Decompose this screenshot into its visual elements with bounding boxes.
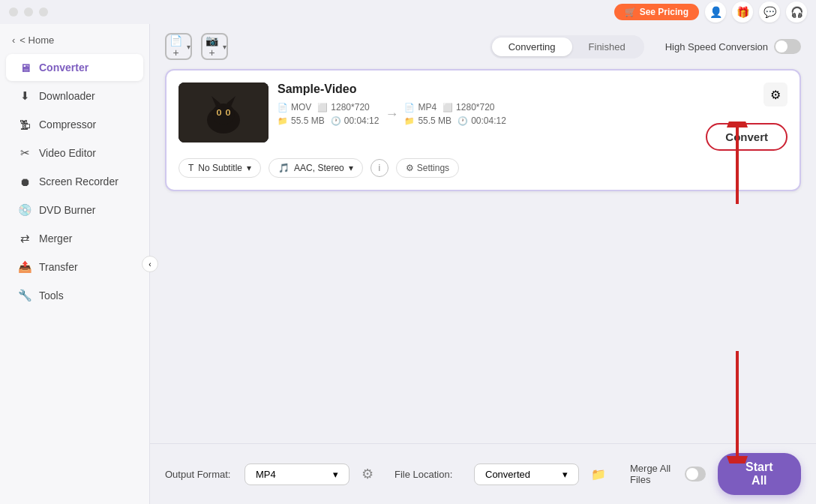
- start-all-button[interactable]: Start All: [718, 453, 801, 495]
- main-layout: ‹ < Home 🖥 Converter ⬇ Downloader 🗜 Comp…: [0, 24, 816, 504]
- chat-icon-button[interactable]: 💬: [759, 2, 780, 22]
- downloader-icon: ⬇: [18, 89, 32, 103]
- audio-select[interactable]: 🎵 AAC, Stereo ▾: [268, 158, 363, 178]
- sidebar-item-screen-recorder[interactable]: ⏺ Screen Recorder: [6, 168, 143, 195]
- merge-toggle[interactable]: [685, 466, 706, 482]
- settings-link[interactable]: ⚙ Settings: [396, 158, 459, 178]
- gift-icon-button[interactable]: 🎁: [732, 2, 753, 22]
- output-format-label: Output Format:: [165, 469, 232, 480]
- sidebar-item-transfer[interactable]: 📤 Transfer: [6, 254, 143, 280]
- file-icon-1: 📄: [278, 103, 288, 112]
- sidebar-item-downloader[interactable]: ⬇ Downloader: [6, 82, 143, 110]
- tools-icon: 🔧: [18, 289, 32, 302]
- tab-converting[interactable]: Converting: [492, 38, 572, 56]
- file-thumbnail: [178, 82, 268, 142]
- info-button[interactable]: i: [370, 159, 388, 177]
- see-pricing-label: See Pricing: [640, 7, 688, 17]
- resolution-icon-2: ⬜: [442, 103, 453, 112]
- sidebar-collapse-button[interactable]: ‹: [142, 256, 158, 272]
- sidebar-item-dvd-burner[interactable]: 💿 DVD Burner: [6, 196, 143, 224]
- sidebar-item-converter[interactable]: 🖥 Converter: [6, 54, 143, 81]
- source-size: 📁 55.5 MB: [278, 116, 325, 126]
- svg-point-2: [212, 104, 235, 124]
- thumbnail-image: [178, 82, 268, 142]
- content-area: 📄+ ▾ 📷+ ▾ Converting Finished High Speed…: [150, 24, 816, 504]
- output-format-dropdown-icon: ▾: [333, 469, 338, 480]
- subtitle-select[interactable]: T No Subtitle ▾: [178, 158, 261, 178]
- target-format-label: MP4: [418, 102, 436, 112]
- size-icon-1: 📁: [278, 116, 288, 126]
- source-resolution: ⬜ 1280*720: [317, 102, 369, 112]
- gift-icon: 🎁: [736, 6, 749, 18]
- compressor-icon: 🗜: [18, 118, 32, 131]
- window-maximize[interactable]: [39, 8, 48, 16]
- sidebar-item-compressor[interactable]: 🗜 Compressor: [6, 111, 143, 138]
- source-duration: 🕐 00:04:12: [331, 116, 380, 126]
- sidebar-screen-recorder-label: Screen Recorder: [39, 176, 118, 188]
- file-location-value: Converted: [485, 469, 530, 480]
- high-speed-label: High Speed Conversion: [665, 41, 768, 52]
- source-resolution-label: 1280*720: [331, 102, 369, 112]
- window-minimize[interactable]: [24, 8, 33, 16]
- target-size: 📁 55.5 MB: [404, 116, 452, 126]
- merge-label: Merge All Files: [630, 463, 679, 485]
- high-speed-toggle[interactable]: [774, 39, 801, 54]
- convert-label: Convert: [725, 130, 768, 143]
- source-size-row: 📁 55.5 MB 🕐 00:04:12: [278, 116, 379, 126]
- source-duration-label: 00:04:12: [344, 116, 380, 126]
- target-size-label: 55.5 MB: [418, 116, 452, 126]
- svg-point-8: [227, 110, 230, 115]
- user-icon-button[interactable]: 👤: [705, 2, 726, 22]
- bottom-bar: Output Format: MP4 ▾ ⚙ File Location: Co…: [150, 443, 816, 504]
- sidebar-compressor-label: Compressor: [39, 118, 96, 130]
- sidebar: ‹ < Home 🖥 Converter ⬇ Downloader 🗜 Comp…: [0, 24, 150, 504]
- start-all-label: Start All: [746, 460, 772, 487]
- screen-recorder-icon: ⏺: [18, 175, 32, 188]
- file-info: Sample-Video 📄 MOV ⬜ 1280: [278, 82, 688, 126]
- gear-icon: ⚙: [770, 88, 781, 102]
- sidebar-tools-label: Tools: [39, 290, 64, 302]
- settings-link-label: Settings: [417, 163, 449, 173]
- audio-label: AAC, Stereo: [294, 163, 344, 173]
- browse-folder-icon[interactable]: 📁: [591, 467, 606, 482]
- target-duration-label: 00:04:12: [471, 116, 506, 126]
- output-format-value: MP4: [256, 469, 276, 480]
- target-duration: 🕐 00:04:12: [458, 116, 506, 126]
- clock-icon-1: 🕐: [331, 116, 341, 126]
- sidebar-item-merger[interactable]: ⇄ Merger: [6, 225, 143, 252]
- resolution-icon-1: ⬜: [317, 103, 328, 112]
- sidebar-item-video-editor[interactable]: ✂ Video Editor: [6, 140, 143, 166]
- source-format-label: MOV: [291, 102, 311, 112]
- high-speed-toggle-area: High Speed Conversion: [665, 39, 801, 54]
- back-label: < Home: [20, 34, 54, 46]
- add-file-button[interactable]: 📄+ ▾: [165, 33, 192, 60]
- svg-point-7: [218, 110, 220, 115]
- sidebar-back-button[interactable]: ‹ < Home: [0, 30, 149, 53]
- file-location-select[interactable]: Converted ▾: [474, 464, 579, 485]
- help-icon-button[interactable]: 🎧: [786, 2, 807, 22]
- sidebar-item-tools[interactable]: 🔧 Tools: [6, 282, 143, 309]
- add-folder-icon: 📷+: [202, 34, 221, 58]
- file-card: Sample-Video 📄 MOV ⬜ 1280: [165, 69, 801, 191]
- subtitle-dropdown-icon: ▾: [247, 163, 251, 173]
- convert-button[interactable]: Convert: [706, 123, 788, 151]
- tab-finished[interactable]: Finished: [572, 38, 642, 56]
- file-location-dropdown-icon: ▾: [562, 469, 568, 480]
- add-folder-dropdown-icon: ▾: [223, 43, 226, 51]
- window-controls: [9, 8, 48, 16]
- file-settings-gear[interactable]: ⚙: [764, 82, 788, 106]
- size-icon-2: 📁: [404, 116, 415, 126]
- window-close[interactable]: [9, 8, 18, 16]
- output-settings-icon[interactable]: ⚙: [362, 466, 374, 482]
- output-format-select[interactable]: MP4 ▾: [244, 464, 350, 485]
- target-resolution: ⬜ 1280*720: [442, 102, 494, 112]
- see-pricing-button[interactable]: 🛒 See Pricing: [614, 4, 699, 20]
- add-folder-button[interactable]: 📷+ ▾: [201, 33, 228, 60]
- file-location-label: File Location:: [394, 469, 462, 480]
- add-file-icon: 📄+: [166, 34, 185, 58]
- sidebar-merger-label: Merger: [39, 232, 72, 244]
- sidebar-dvd-burner-label: DVD Burner: [39, 204, 95, 216]
- convert-direction-arrow: →: [385, 106, 398, 122]
- settings-link-icon: ⚙: [406, 163, 414, 173]
- transfer-icon: 📤: [18, 260, 32, 274]
